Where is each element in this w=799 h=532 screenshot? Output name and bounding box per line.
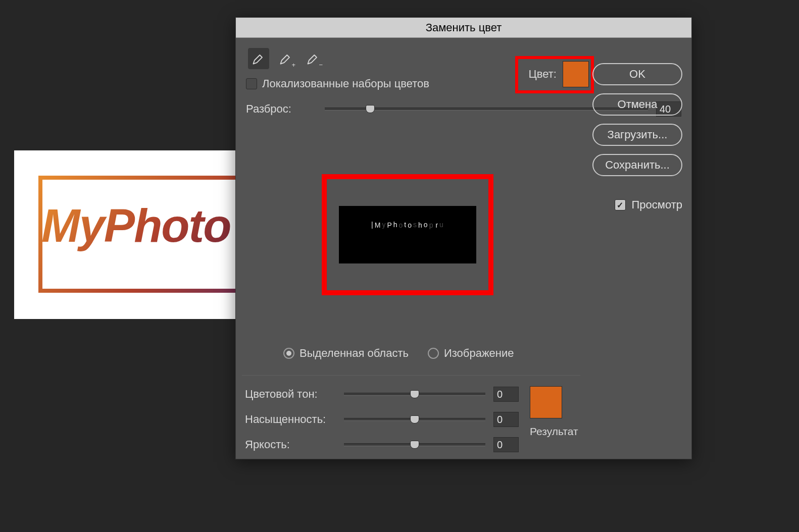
result-group: Результат — [530, 386, 585, 438]
eyedropper-add-button[interactable]: + — [275, 48, 296, 69]
minus-icon: − — [319, 61, 323, 69]
selection-radio-label: Выделенная область — [299, 347, 409, 360]
eyedropper-subtract-button[interactable]: − — [303, 48, 324, 69]
slider-thumb[interactable] — [410, 415, 419, 423]
saturation-label: Насыщенность: — [245, 413, 336, 426]
lightness-slider[interactable] — [344, 443, 485, 446]
preview-mode-group: Выделенная область Изображение — [283, 347, 514, 360]
hue-input[interactable] — [493, 387, 519, 402]
selected-color-group: Цвет: — [529, 61, 589, 87]
localized-clusters-label: Локализованные наборы цветов — [262, 77, 429, 90]
dialog-body: + − Цвет: Локализованные наборы цветов Р… — [236, 38, 691, 459]
slider-thumb[interactable] — [366, 105, 375, 113]
lightness-label: Яркость: — [245, 438, 336, 451]
image-radio[interactable]: Изображение — [428, 347, 514, 360]
dialog-title: Заменить цвет — [236, 18, 691, 38]
replace-color-dialog: Заменить цвет + − Цвет: Локализованные — [235, 17, 692, 459]
lightness-input[interactable] — [493, 437, 519, 452]
fuzziness-label: Разброс: — [246, 102, 317, 116]
slider-thumb[interactable] — [410, 441, 419, 449]
preview-checkbox[interactable]: ✓ — [615, 199, 626, 210]
color-swatch[interactable] — [563, 61, 589, 87]
lightness-row: Яркость: — [245, 437, 590, 453]
radio-icon — [428, 348, 439, 359]
preview-mask-detail: |MyPhotoshop ru — [371, 221, 444, 229]
image-radio-label: Изображение — [444, 347, 514, 360]
result-label: Результат — [530, 425, 585, 438]
hue-slider[interactable] — [344, 393, 485, 396]
preview-mask[interactable]: |MyPhotoshop ru — [339, 206, 476, 263]
radio-icon — [283, 348, 294, 359]
save-button[interactable]: Сохранить... — [592, 154, 682, 176]
ok-button[interactable]: OK — [592, 63, 682, 85]
load-button[interactable]: Загрузить... — [592, 124, 682, 146]
canvas-text: MyPhoto — [41, 199, 230, 252]
divider — [242, 375, 580, 376]
eyedropper-icon — [252, 51, 266, 66]
dialog-buttons: OK Отмена Загрузить... Сохранить... — [592, 63, 682, 176]
eyedropper-icon — [306, 51, 320, 66]
eyedropper-icon — [279, 51, 293, 66]
preview-checkbox-label: Просмотр — [632, 198, 682, 211]
plus-icon: + — [291, 61, 295, 69]
slider-thumb[interactable] — [410, 390, 419, 398]
saturation-slider[interactable] — [344, 418, 485, 421]
eyedropper-button[interactable] — [248, 48, 269, 69]
color-label: Цвет: — [529, 68, 557, 81]
hue-label: Цветовой тон: — [245, 388, 336, 401]
selection-radio[interactable]: Выделенная область — [283, 347, 409, 360]
localized-clusters-checkbox[interactable] — [246, 78, 257, 89]
cancel-button[interactable]: Отмена — [592, 93, 682, 116]
preview-checkbox-row: ✓ Просмотр — [615, 198, 682, 211]
saturation-input[interactable] — [493, 412, 519, 427]
result-swatch[interactable] — [530, 386, 562, 418]
selection-preview: |MyPhotoshop ru — [322, 174, 493, 295]
